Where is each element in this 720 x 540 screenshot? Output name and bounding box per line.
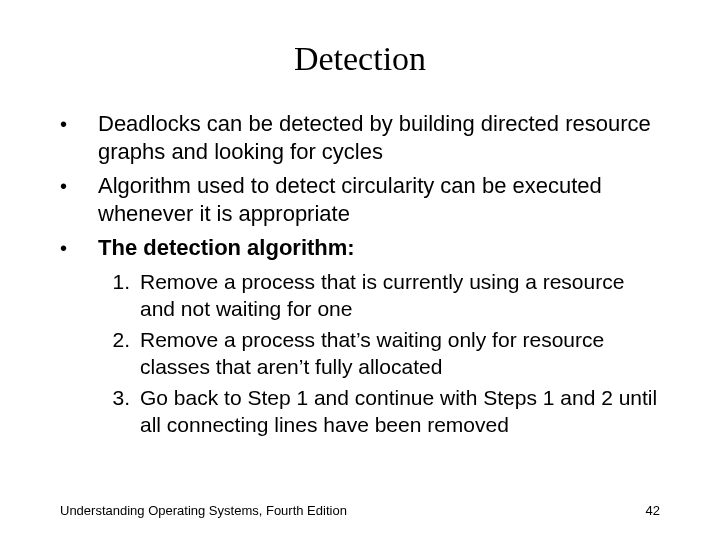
list-item: • The detection algorithm: <box>60 234 660 262</box>
list-item: 2. Remove a process that’s waiting only … <box>98 326 660 380</box>
slide-title: Detection <box>60 40 660 78</box>
slide: Detection • Deadlocks can be detected by… <box>0 0 720 540</box>
list-item: 3. Go back to Step 1 and continue with S… <box>98 384 660 438</box>
number-marker: 3. <box>98 384 140 438</box>
bullet-list: • Deadlocks can be detected by building … <box>60 110 660 262</box>
step-text: Remove a process that’s waiting only for… <box>140 326 660 380</box>
bullet-icon: • <box>60 172 98 228</box>
list-item: • Algorithm used to detect circularity c… <box>60 172 660 228</box>
bullet-text: Deadlocks can be detected by building di… <box>98 110 660 166</box>
list-item: • Deadlocks can be detected by building … <box>60 110 660 166</box>
list-item: 1. Remove a process that is currently us… <box>98 268 660 322</box>
number-marker: 1. <box>98 268 140 322</box>
numbered-list: 1. Remove a process that is currently us… <box>98 268 660 438</box>
footer: Understanding Operating Systems, Fourth … <box>60 503 660 518</box>
bullet-text-bold: The detection algorithm: <box>98 234 660 262</box>
step-text: Remove a process that is currently using… <box>140 268 660 322</box>
footer-left: Understanding Operating Systems, Fourth … <box>60 503 347 518</box>
bullet-icon: • <box>60 234 98 262</box>
bullet-text: Algorithm used to detect circularity can… <box>98 172 660 228</box>
bullet-icon: • <box>60 110 98 166</box>
number-marker: 2. <box>98 326 140 380</box>
step-text: Go back to Step 1 and continue with Step… <box>140 384 660 438</box>
page-number: 42 <box>646 503 660 518</box>
